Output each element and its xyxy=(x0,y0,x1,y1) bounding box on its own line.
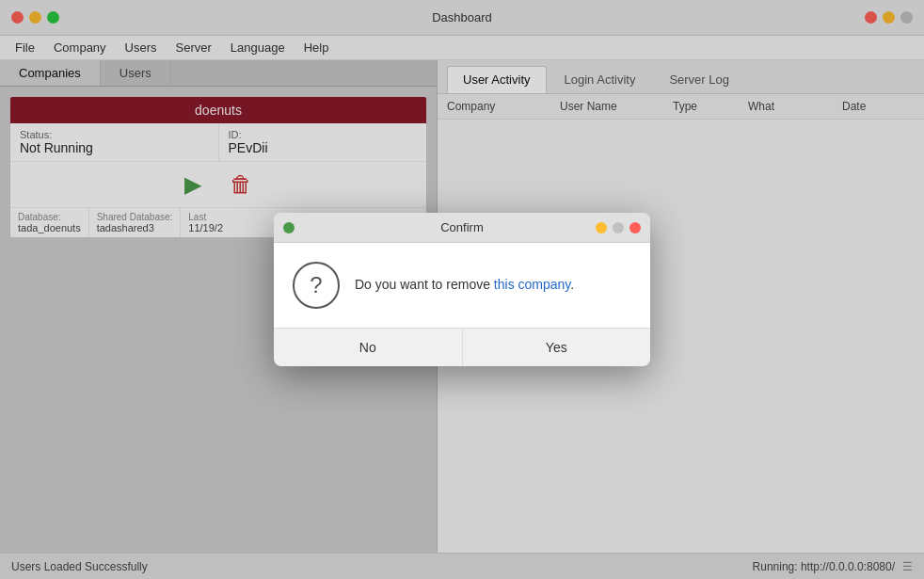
confirm-dialog: Confirm ? Do you want to remove this com… xyxy=(274,213,650,366)
modal-expand[interactable] xyxy=(613,222,624,233)
modal-titlebar: Confirm xyxy=(274,213,650,243)
modal-overlay: Confirm ? Do you want to remove this com… xyxy=(0,0,924,579)
modal-traffic-lights xyxy=(283,222,295,233)
modal-message-highlight: this company xyxy=(494,277,570,292)
modal-body: ? Do you want to remove this company. xyxy=(274,243,650,328)
modal-app-icon xyxy=(283,222,295,233)
yes-button[interactable]: Yes xyxy=(463,329,651,366)
modal-minimize[interactable] xyxy=(596,222,607,233)
modal-window-controls xyxy=(596,222,641,233)
modal-buttons: No Yes xyxy=(274,328,650,366)
modal-title: Confirm xyxy=(440,220,484,234)
question-icon: ? xyxy=(293,262,340,309)
modal-message: Do you want to remove this company. xyxy=(355,276,574,295)
modal-close[interactable] xyxy=(629,222,641,233)
modal-message-after: . xyxy=(570,277,574,292)
no-button[interactable]: No xyxy=(274,329,463,366)
modal-message-before: Do you want to remove xyxy=(355,277,494,292)
